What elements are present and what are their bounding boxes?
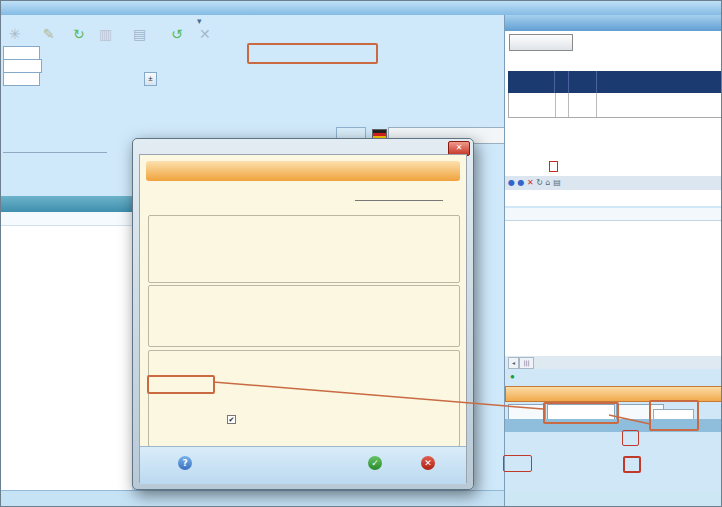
dialog-footer: ? ✓ ✕ [140,446,466,484]
card-icon[interactable]: ▥ [99,26,112,42]
col-qs[interactable] [106,212,120,225]
lookup-inhaber [597,93,722,117]
lookup-k [556,93,570,117]
tab-dok-gebiet1[interactable] [547,404,615,420]
scroll-left-arrow-icon[interactable]: ◂ [508,357,519,369]
field-underline [3,152,107,153]
edit-icon[interactable]: ✎ [43,26,55,42]
reload-icon[interactable]: ↻ [536,178,543,187]
toolbar: ▾ ✳ ✎ ↻ ▥ ▤ ↺ ✕ [1,15,504,47]
dialog-body: ✔ ? ✓ ✕ [139,154,467,483]
webbrowser-header [505,15,722,31]
search-start-button[interactable] [509,34,573,51]
dx-connection-status: ● [505,369,722,384]
redo-icon[interactable]: ↻ [73,26,85,42]
col-k [555,71,569,93]
qso-log-table [1,196,132,490]
dx-col-qrg[interactable] [555,208,601,220]
back-icon[interactable]: ● [508,178,515,187]
print-icon[interactable]: ▤ [553,178,561,187]
bands-group [148,215,460,283]
statistik-dialog: ✕ ✔ ? [132,138,474,490]
modes-group [148,285,460,347]
refresh-icon[interactable]: ↺ [171,26,183,42]
tab-dxcc[interactable] [508,404,546,420]
locator-spinner-button[interactable]: ± [144,72,157,86]
dx-table-header [505,208,722,221]
scroll-thumb[interactable]: ||| [519,357,534,369]
statistikart-group: ✔ [148,350,460,447]
col-call[interactable] [1,212,53,225]
dx-col-bemerkung[interactable] [629,208,719,220]
dialog-title [146,161,460,181]
browser-toolbar: ● ● ✕ ↻ ⌂ ▤ [505,176,722,190]
home-icon[interactable]: ⌂ [546,178,551,187]
ok-button[interactable]: ✓ [368,456,386,470]
qso-table-header [1,212,132,226]
forward-icon[interactable]: ● [518,178,525,187]
status-bar [1,490,504,507]
legend-satz-line [547,161,560,172]
col-prufz [569,71,597,93]
cancel-icon: ✕ [421,456,435,470]
col-band[interactable] [79,212,106,225]
time-field[interactable] [3,72,40,86]
disconnect-icon[interactable]: ✳ [9,26,21,42]
col-rufzeichen [508,71,555,93]
dx-horizontal-scrollbar[interactable]: ◂ ||| [505,356,722,369]
help-button[interactable]: ? [178,456,196,470]
delete-icon[interactable]: ✕ [199,26,211,42]
titlebar [1,1,722,15]
options-menu[interactable]: ▾ [197,16,202,26]
dx-col-dxcc[interactable] [601,208,629,220]
right-panel: ● ● ✕ ↻ ⌂ ▤ ◂ ||| ● [504,15,722,507]
lookup-table-row [508,93,722,118]
ok-icon: ✓ [368,456,382,470]
statistik-band-strip [505,419,722,432]
checkbox-reiter-note[interactable]: ✔ [227,414,457,424]
cancel-button[interactable]: ✕ [421,456,439,470]
heading-rule [355,200,443,201]
lookup-prufz [569,93,597,117]
dx-cluster-table: ◂ ||| [505,208,722,356]
callsign-lookup-table [508,71,722,118]
qso-table-caption [1,196,132,212]
lookup-table-header [508,71,722,93]
col-mode[interactable] [53,212,78,225]
statistik-qso-header [505,386,722,402]
aux-field-top[interactable] [3,46,40,60]
stop-icon[interactable]: ✕ [527,178,534,187]
connected-dot-icon: ● [505,372,520,381]
pdf-icon [549,161,558,172]
dx-col-call[interactable] [505,208,555,220]
checkbox-box[interactable]: ✔ [227,415,236,424]
aux-field-mid[interactable] [3,59,42,73]
col-qr[interactable] [119,212,132,225]
lookup-call [509,93,556,117]
statistik-legend [505,492,722,506]
app-window: ▾ ✳ ✎ ↻ ▥ ▤ ↺ ✕ ± [0,0,722,507]
col-inhaber [597,71,722,93]
save-icon[interactable]: ▤ [133,26,146,42]
help-icon: ? [178,456,192,470]
